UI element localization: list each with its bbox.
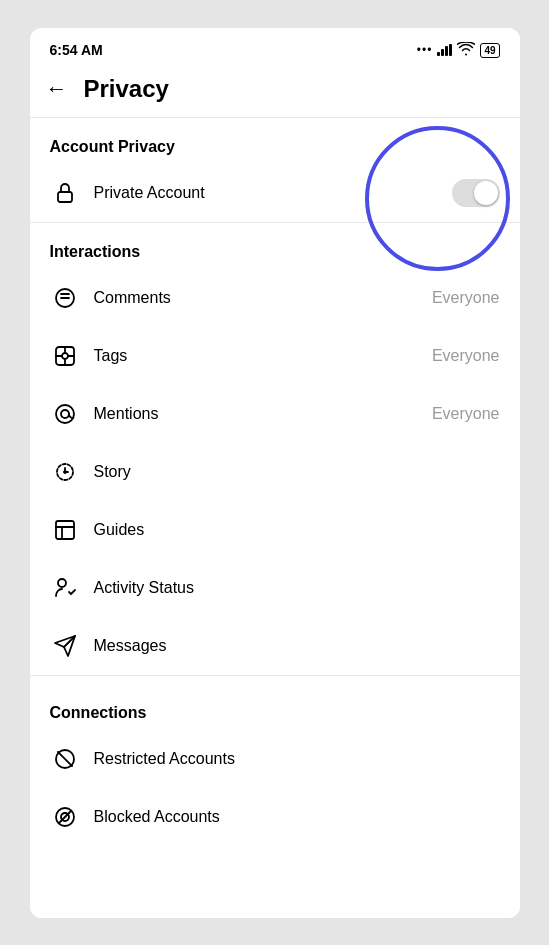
messages-label: Messages (94, 637, 500, 655)
activity-status-label: Activity Status (94, 579, 500, 597)
mentions-item[interactable]: Mentions Everyone (30, 385, 520, 443)
comments-item[interactable]: Comments Everyone (30, 269, 520, 327)
account-privacy-section: Account Privacy Private Account (30, 118, 520, 223)
guides-icon (50, 515, 80, 545)
mentions-label: Mentions (94, 405, 424, 423)
blocked-accounts-item[interactable]: Blocked Accounts (30, 788, 520, 846)
more-icon: ••• (417, 43, 433, 57)
header: ← Privacy (30, 65, 520, 117)
signal-icon (437, 44, 452, 56)
content-area: Account Privacy Private Account (30, 118, 520, 918)
svg-point-13 (64, 471, 66, 473)
blocked-accounts-label: Blocked Accounts (94, 808, 500, 826)
tags-item[interactable]: Tags Everyone (30, 327, 520, 385)
comments-value: Everyone (432, 289, 500, 307)
tags-icon (50, 341, 80, 371)
guides-label: Guides (94, 521, 500, 539)
story-icon (50, 457, 80, 487)
toggle-knob (474, 181, 498, 205)
phone-frame: 6:54 AM ••• (0, 0, 549, 945)
tags-label: Tags (94, 347, 424, 365)
battery-icon: 49 (480, 43, 499, 58)
comments-label: Comments (94, 289, 424, 307)
svg-point-17 (58, 579, 66, 587)
blocked-icon (50, 802, 80, 832)
tags-value: Everyone (432, 347, 500, 365)
mentions-value: Everyone (432, 405, 500, 423)
comments-icon (50, 283, 80, 313)
messages-icon (50, 631, 80, 661)
page-title: Privacy (84, 75, 169, 103)
private-account-toggle[interactable] (452, 179, 500, 207)
story-label: Story (94, 463, 500, 481)
interactions-label: Interactions (30, 223, 520, 269)
section-divider-2 (30, 675, 520, 676)
status-icons: ••• 49 (417, 42, 500, 59)
connections-label: Connections (30, 684, 520, 730)
back-button[interactable]: ← (46, 76, 68, 102)
mentions-icon (50, 399, 80, 429)
restricted-icon (50, 744, 80, 774)
activity-status-icon (50, 573, 80, 603)
svg-point-8 (56, 405, 74, 423)
restricted-accounts-label: Restricted Accounts (94, 750, 500, 768)
interactions-section: Interactions Comments Everyone (30, 223, 520, 676)
messages-item[interactable]: Messages (30, 617, 520, 675)
lock-icon (50, 178, 80, 208)
guides-item[interactable]: Guides (30, 501, 520, 559)
activity-status-item[interactable]: Activity Status (30, 559, 520, 617)
svg-point-9 (61, 410, 69, 418)
restricted-accounts-item[interactable]: Restricted Accounts (30, 730, 520, 788)
story-item[interactable]: Story (30, 443, 520, 501)
svg-line-21 (57, 751, 71, 765)
private-account-label: Private Account (94, 184, 452, 202)
status-time: 6:54 AM (50, 42, 103, 58)
svg-rect-14 (56, 521, 74, 539)
account-privacy-label: Account Privacy (30, 118, 520, 164)
status-bar: 6:54 AM ••• (30, 28, 520, 65)
private-account-item[interactable]: Private Account (30, 164, 520, 222)
connections-section: Connections Restricted Accounts (30, 684, 520, 846)
screen: 6:54 AM ••• (30, 28, 520, 918)
wifi-icon (457, 42, 475, 59)
svg-rect-0 (58, 192, 72, 202)
